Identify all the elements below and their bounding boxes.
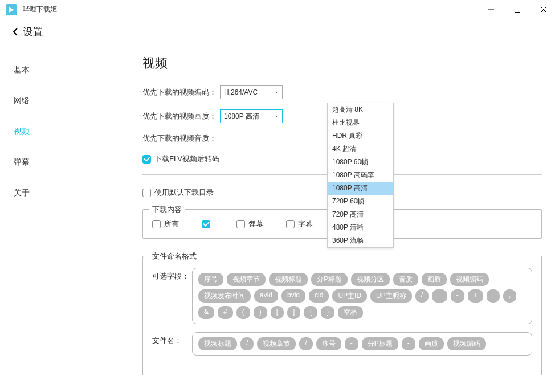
sidebar-item-video[interactable]: 视频 (0, 116, 114, 147)
download-content-checkbox[interactable] (286, 220, 295, 228)
optional-field-chip[interactable]: bvid (281, 289, 305, 303)
filename-chip[interactable]: - (402, 337, 415, 350)
optional-field-chip[interactable]: 视频章节 (227, 273, 266, 286)
optional-fields-box: 序号视频章节视频标题分P标题视频分区音质画质视频编码视频发布时间avidbvid… (192, 268, 532, 324)
optional-field-chip[interactable]: UP主昵称 (370, 289, 412, 303)
default-dir-label: 使用默认下载目录 (154, 187, 214, 198)
quality-option[interactable]: 480P 清晰 (328, 221, 393, 234)
optional-field-chip[interactable]: 视频编码 (450, 273, 489, 286)
sidebar-item-danmaku[interactable]: 弹幕 (0, 147, 114, 178)
audio-label: 优先下载的视频音质： (142, 133, 217, 144)
codec-value: H.264/AVC (224, 88, 258, 96)
filename-chip[interactable]: / (240, 337, 254, 350)
optional-field-chip[interactable]: 分P标题 (311, 273, 348, 286)
download-content-checkbox[interactable] (236, 220, 245, 228)
optional-field-chip[interactable]: avid (254, 289, 278, 303)
download-content-label: 弹幕 (248, 219, 263, 229)
page-title: 设置 (23, 25, 43, 39)
optional-field-chip[interactable]: / (415, 289, 429, 303)
download-content-checkbox[interactable] (202, 220, 210, 228)
chevron-down-icon (272, 112, 280, 120)
chevron-down-icon (272, 88, 280, 96)
quality-option[interactable]: 1080P 高清 (328, 182, 393, 195)
optional-field-chip[interactable]: 视频标题 (269, 273, 308, 286)
filename-chip[interactable]: 视频编码 (447, 337, 486, 350)
optional-field-chip[interactable]: - (451, 289, 464, 303)
file-naming-title: 文件命名格式 (149, 251, 200, 262)
optional-field-chip[interactable]: . (487, 289, 500, 303)
optional-field-chip[interactable]: 序号 (198, 273, 223, 286)
quality-option[interactable]: 超高清 8K (328, 103, 393, 116)
sidebar-item-basic[interactable]: 基本 (0, 55, 114, 85)
close-button[interactable] (531, 1, 557, 18)
filename-chip[interactable]: 视频章节 (257, 337, 296, 350)
optional-field-chip[interactable]: ( (236, 306, 250, 319)
quality-option[interactable]: 1080P 60帧 (328, 156, 393, 169)
section-title: 视频 (142, 55, 542, 72)
optional-field-chip[interactable]: 音质 (393, 273, 418, 286)
back-icon[interactable] (11, 28, 19, 36)
quality-option[interactable]: 杜比视界 (328, 116, 393, 129)
download-content-item: 弹幕 (236, 219, 263, 229)
sidebar-item-about[interactable]: 关于 (0, 178, 114, 209)
optional-field-chip[interactable]: ] (287, 306, 300, 319)
minimize-button[interactable] (478, 1, 504, 18)
quality-option[interactable]: 1080P 高码率 (328, 169, 393, 182)
file-naming-box: 文件命名格式 可选字段： 序号视频章节视频标题分P标题视频分区音质画质视频编码视… (142, 256, 542, 375)
app-icon: ▶ (6, 4, 17, 15)
optional-field-chip[interactable]: [ (271, 306, 284, 319)
download-content-label: 所有 (164, 219, 179, 229)
optional-field-chip[interactable]: 空格 (338, 306, 363, 319)
optional-field-chip[interactable]: & (198, 306, 214, 319)
optional-field-chip[interactable]: ) (254, 306, 267, 319)
optional-field-chip[interactable]: cid (309, 289, 329, 303)
optional-field-chip[interactable]: UP主ID (332, 289, 367, 303)
quality-combo[interactable]: 1080P 高清 (220, 109, 283, 123)
filename-chip[interactable]: / (299, 337, 312, 350)
optional-field-chip[interactable]: 画质 (422, 273, 447, 286)
optional-field-chip[interactable]: 视频发布时间 (198, 289, 251, 303)
window-controls (478, 1, 557, 18)
maximize-button[interactable] (504, 1, 531, 18)
sidebar-item-network[interactable]: 网络 (0, 85, 114, 116)
quality-option[interactable]: 720P 高清 (328, 208, 393, 221)
quality-dropdown: 超高清 8K杜比视界HDR 真彩4K 超清1080P 60帧1080P 高码率1… (327, 103, 394, 248)
quality-option[interactable]: 720P 60帧 (328, 195, 393, 208)
download-content-title: 下载内容 (149, 205, 185, 215)
flv-label: 下载FLV视频后转码 (154, 154, 219, 164)
codec-combo[interactable]: H.264/AVC (220, 85, 283, 99)
default-dir-checkbox[interactable] (142, 189, 151, 197)
filename-chip[interactable]: 分P标题 (362, 337, 398, 350)
download-content-checkbox[interactable] (152, 220, 161, 228)
optional-fields-label: 可选字段： (152, 268, 192, 281)
filename-chip[interactable]: 视频标题 (198, 337, 237, 350)
app-title: 哔哩下载姬 (23, 5, 478, 14)
download-content-item: 所有 (152, 219, 179, 229)
filename-chip[interactable]: 画质 (419, 337, 444, 350)
quality-option[interactable]: 360P 流畅 (328, 234, 393, 247)
flv-checkbox[interactable] (142, 155, 151, 164)
download-content-item (202, 219, 214, 229)
quality-label: 优先下载的视频画质： (142, 111, 217, 121)
download-content-label: 字幕 (298, 219, 313, 229)
optional-field-chip[interactable]: _ (432, 289, 447, 303)
quality-option[interactable]: 4K 超清 (328, 142, 393, 156)
optional-field-chip[interactable]: + (468, 289, 483, 303)
content-area: 视频 优先下载的视频编码： H.264/AVC 优先下载的视频画质： 1080P… (114, 44, 559, 392)
optional-field-chip[interactable]: } (321, 306, 334, 319)
sidebar: 基本 网络 视频 弹幕 关于 (0, 44, 114, 392)
filename-chip[interactable]: 序号 (316, 337, 341, 350)
filename-label: 文件名： (152, 332, 192, 346)
optional-field-chip[interactable]: , (503, 289, 516, 303)
codec-row: 优先下载的视频编码： H.264/AVC (142, 85, 542, 99)
download-content-item: 字幕 (286, 219, 313, 229)
page-header: 设置 (0, 19, 559, 44)
title-bar: ▶ 哔哩下载姬 (0, 0, 559, 19)
codec-label: 优先下载的视频编码： (142, 87, 217, 97)
optional-field-chip[interactable]: 视频分区 (351, 273, 390, 286)
svg-rect-1 (515, 7, 520, 12)
quality-option[interactable]: HDR 真彩 (328, 129, 393, 142)
filename-chip[interactable]: - (345, 337, 358, 350)
optional-field-chip[interactable]: { (304, 306, 317, 319)
optional-field-chip[interactable]: # (218, 306, 233, 319)
